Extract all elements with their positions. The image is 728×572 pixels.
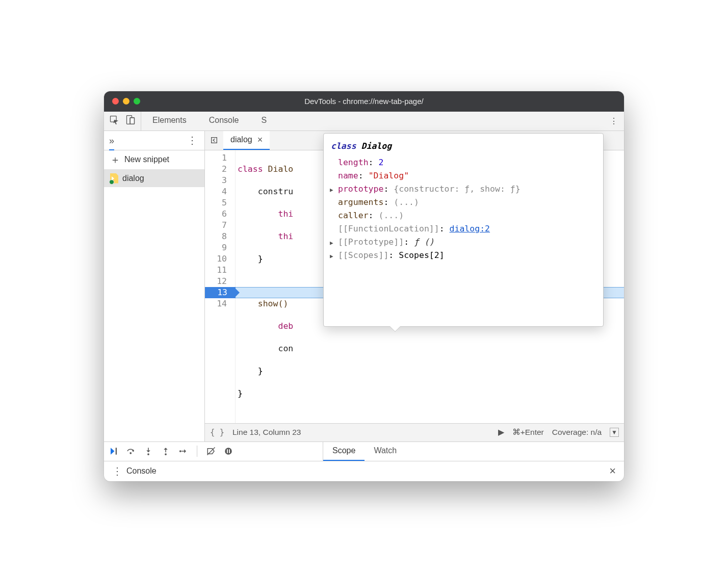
debugger-toolbar: Scope Watch	[104, 441, 624, 461]
popover-header: class Dialog	[331, 140, 596, 153]
tab-scope[interactable]: Scope	[323, 442, 365, 461]
tab-console[interactable]: Console	[198, 112, 250, 131]
popover-row-funcloc[interactable]: [[FunctionLocation]]: dialog:2	[331, 222, 596, 236]
editor-tab-dialog[interactable]: dialog ×	[223, 131, 270, 150]
close-drawer-icon[interactable]: ×	[605, 464, 620, 478]
step-out-icon[interactable]	[160, 446, 171, 457]
execution-line-marker: 13	[205, 287, 236, 298]
tab-elements[interactable]: Elements	[141, 112, 198, 131]
popover-row-proto[interactable]: [[Prototype]]: ƒ ()	[331, 236, 596, 249]
device-toggle-icon[interactable]	[125, 115, 136, 127]
run-snippet-icon[interactable]: ▶	[498, 428, 504, 437]
cursor-position: Line 13, Column 23	[232, 428, 301, 437]
devtools-window: DevTools - chrome://new-tab-page/ Elemen…	[104, 91, 624, 481]
navigator-menu-icon[interactable]: ⋮	[185, 134, 199, 146]
snippet-file-icon	[110, 173, 118, 184]
navigator-panel: » ⋮ ＋ New snippet dialog	[104, 131, 205, 441]
tab-watch[interactable]: Watch	[365, 442, 406, 461]
svg-point-8	[165, 453, 167, 455]
svg-point-7	[147, 453, 149, 455]
new-snippet-label: New snippet	[124, 155, 169, 164]
pause-exceptions-icon[interactable]	[223, 446, 234, 457]
snippet-list-item[interactable]: dialog	[104, 170, 204, 187]
svg-point-10	[225, 448, 232, 455]
toolbar-icons	[104, 112, 141, 131]
run-shortcut-label: ⌘+Enter	[512, 428, 544, 437]
console-menu-icon[interactable]: ⋮	[108, 465, 126, 477]
popover-row-scopes[interactable]: [[Scopes]]: Scopes[2]	[331, 249, 596, 262]
popover-row-name[interactable]: name: "Dialog"	[331, 169, 596, 183]
step-icon[interactable]	[177, 446, 189, 457]
editor-tab-label: dialog	[230, 135, 252, 144]
popover-row-arguments[interactable]: arguments: (...)	[331, 196, 596, 209]
titlebar: DevTools - chrome://new-tab-page/	[104, 91, 624, 112]
tab-sources[interactable]: S	[250, 112, 270, 131]
resume-icon[interactable]	[108, 446, 119, 457]
console-drawer: ⋮ Console ×	[104, 461, 624, 481]
nav-back-icon[interactable]	[205, 131, 223, 150]
coverage-label: Coverage: n/a	[552, 428, 602, 437]
deactivate-breakpoints-icon[interactable]	[205, 446, 217, 457]
inspect-icon[interactable]	[109, 115, 119, 127]
panel-tabs: Elements Console S	[141, 112, 270, 131]
plus-icon: ＋	[110, 153, 120, 167]
kebab-menu-icon[interactable]: ⋮	[604, 112, 624, 131]
svg-rect-12	[229, 449, 230, 453]
step-into-icon[interactable]	[143, 446, 154, 457]
navigator-more-icon[interactable]: »	[109, 136, 114, 150]
object-preview-popover: class Dialog length: 2 name: "Dialog" pr…	[323, 133, 604, 327]
svg-point-6	[129, 452, 132, 454]
svg-point-9	[179, 450, 181, 452]
svg-rect-5	[116, 448, 117, 455]
snippet-item-label: dialog	[122, 174, 144, 183]
close-tab-icon[interactable]: ×	[257, 135, 263, 145]
svg-rect-4	[212, 138, 217, 143]
window-title: DevTools - chrome://new-tab-page/	[104, 97, 624, 106]
panel-tabbar: Elements Console S ⋮	[104, 112, 624, 131]
navigator-header: » ⋮	[104, 131, 204, 150]
popover-row-prototype[interactable]: prototype: {constructor: ƒ, show: ƒ}	[331, 183, 596, 196]
svg-rect-11	[227, 449, 228, 453]
popover-row-caller[interactable]: caller: (...)	[331, 209, 596, 222]
details-toggle-icon[interactable]: ▼	[610, 428, 619, 437]
console-drawer-label: Console	[126, 466, 157, 476]
format-icon[interactable]: { }	[210, 428, 224, 437]
popover-row-length[interactable]: length: 2	[331, 156, 596, 169]
svg-rect-2	[130, 118, 134, 124]
editor-statusbar: { } Line 13, Column 23 ▶ ⌘+Enter Coverag…	[205, 423, 624, 441]
new-snippet-button[interactable]: ＋ New snippet	[104, 150, 204, 170]
step-over-icon[interactable]	[125, 446, 137, 457]
